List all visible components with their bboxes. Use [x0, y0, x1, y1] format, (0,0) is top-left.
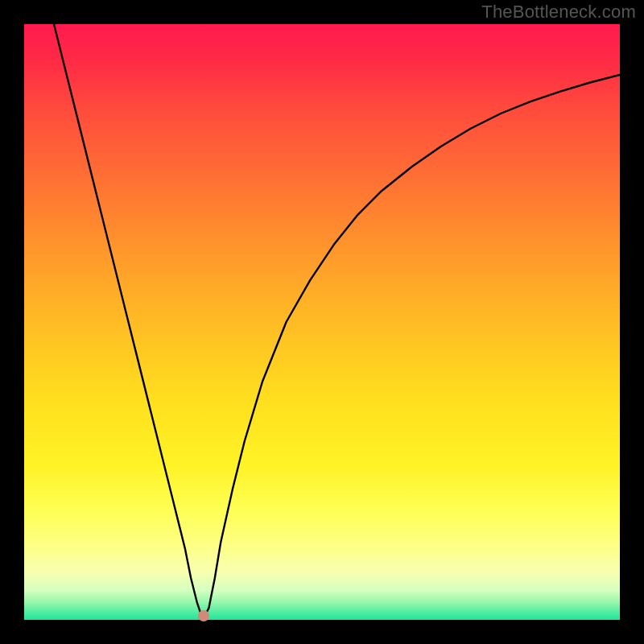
optimal-point-marker — [198, 610, 209, 621]
chart-container: TheBottleneck.com — [0, 0, 644, 644]
bottleneck-curve-path — [54, 24, 620, 620]
curve-overlay — [24, 24, 620, 620]
watermark-text: TheBottleneck.com — [481, 2, 636, 23]
